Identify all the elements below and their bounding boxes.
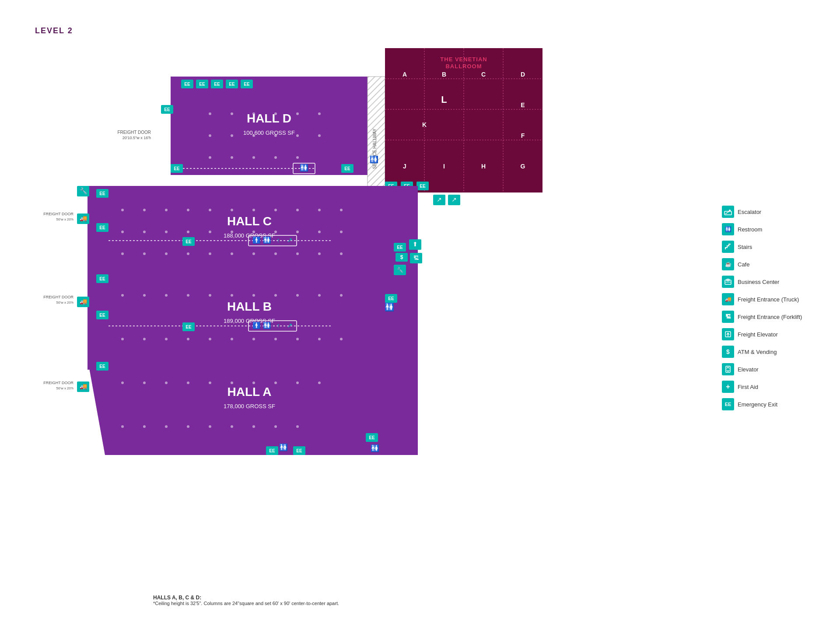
svg-point-86 (143, 231, 146, 233)
freight-elevator-icon (722, 328, 734, 340)
svg-point-22 (231, 112, 233, 115)
svg-text:50'w x 20'h: 50'w x 20'h (56, 301, 74, 304)
svg-text:EE: EE (99, 364, 105, 369)
svg-text:🚻: 🚻 (263, 236, 271, 244)
svg-point-93 (296, 231, 299, 233)
svg-text:↑: ↑ (276, 236, 280, 244)
svg-point-160 (121, 338, 124, 340)
svg-text:EE: EE (174, 166, 180, 171)
svg-text:EE: EE (420, 184, 426, 189)
svg-point-99 (187, 252, 189, 255)
svg-text:🚚: 🚚 (80, 298, 88, 305)
svg-text:E: E (521, 102, 525, 108)
legend-business-center: Business Center (722, 276, 818, 288)
svg-point-78 (209, 209, 211, 211)
svg-text:FREIGHT DOOR: FREIGHT DOOR (43, 295, 74, 299)
legend-first-aid: + First Aid (722, 381, 818, 393)
svg-point-75 (143, 209, 146, 211)
svg-point-206 (143, 425, 146, 428)
legend-elevator: Elevator (722, 363, 818, 375)
svg-point-156 (274, 294, 277, 297)
svg-point-168 (296, 338, 299, 340)
svg-text:D: D (521, 71, 525, 78)
svg-point-166 (252, 338, 255, 340)
svg-text:G: G (521, 163, 525, 170)
svg-point-152 (187, 294, 189, 297)
svg-text:B: B (442, 71, 446, 78)
svg-point-89 (209, 231, 211, 233)
svg-text:🚻: 🚻 (300, 164, 308, 172)
legend-freight-truck: 🚚 Freight Entrance (Truck) (722, 293, 818, 305)
freight-forklift-icon: 🏗 (722, 311, 734, 323)
footnote: HALLS A, B, C & D: *Ceiling height is 32… (153, 595, 339, 606)
legend-freight-forklift: 🏗 Freight Entrance (Forklift) (722, 311, 818, 323)
svg-point-154 (231, 294, 233, 297)
svg-text:🚹: 🚹 (252, 322, 261, 329)
svg-point-32 (318, 134, 321, 137)
legend-freight-elevator: Freight Elevator (722, 328, 818, 340)
svg-text:EE: EE (388, 296, 394, 301)
svg-text:H: H (481, 163, 486, 170)
atm-icon: $ (722, 346, 734, 358)
freight-truck-icon: 🚚 (722, 293, 734, 305)
legend-stairs: Stairs (722, 241, 818, 253)
legend-atm-vending: $ ATM & Vending (722, 346, 818, 358)
svg-point-94 (318, 231, 321, 233)
svg-point-201 (252, 382, 255, 384)
svg-point-79 (231, 209, 233, 211)
svg-text:A: A (402, 71, 407, 78)
svg-text:HALL B: HALL B (227, 300, 272, 313)
svg-text:EE: EE (184, 82, 190, 87)
svg-text:178,000 GROSS SF: 178,000 GROSS SF (224, 403, 275, 410)
svg-text:🚻: 🚻 (263, 322, 271, 329)
escalator-icon (722, 206, 734, 218)
svg-text:C: C (481, 71, 486, 78)
svg-point-98 (165, 252, 168, 255)
svg-point-213 (296, 425, 299, 428)
legend-escalator: Escalator (722, 206, 818, 218)
svg-text:HALL C: HALL C (227, 214, 272, 228)
svg-point-155 (252, 294, 255, 297)
svg-point-26 (318, 112, 321, 115)
svg-point-163 (187, 338, 189, 340)
svg-point-195 (121, 382, 124, 384)
svg-text:EE: EE (269, 448, 275, 453)
business-center-icon (722, 276, 734, 288)
svg-text:EE: EE (99, 313, 105, 318)
svg-point-159 (340, 294, 343, 297)
svg-point-104 (296, 252, 299, 255)
svg-text:50'w x 20'h: 50'w x 20'h (56, 217, 74, 221)
svg-point-35 (252, 156, 255, 159)
legend-container: Escalator 🚻 Restroom Stairs ☕ Cafe (722, 206, 818, 416)
svg-point-207 (165, 425, 168, 428)
svg-point-169 (318, 338, 321, 340)
svg-point-209 (209, 425, 211, 428)
svg-point-80 (252, 209, 255, 211)
svg-point-101 (231, 252, 233, 255)
svg-text:K: K (422, 121, 427, 128)
svg-text:EE: EE (199, 82, 205, 87)
svg-point-200 (231, 382, 233, 384)
svg-point-199 (209, 382, 211, 384)
svg-point-210 (231, 425, 233, 428)
svg-text:I: I (443, 163, 445, 170)
svg-point-211 (252, 425, 255, 428)
svg-text:50'w x 20'h: 50'w x 20'h (56, 386, 74, 390)
svg-text:↗: ↗ (452, 196, 457, 203)
svg-text:FREIGHT DOOR: FREIGHT DOOR (43, 381, 74, 385)
svg-text:EE: EE (164, 107, 170, 112)
svg-point-76 (165, 209, 168, 211)
svg-text:EE: EE (397, 245, 403, 250)
svg-text:🚹: 🚹 (252, 236, 261, 244)
svg-point-30 (274, 134, 277, 137)
first-aid-icon: + (722, 381, 734, 393)
svg-point-230 (729, 210, 731, 211)
svg-point-87 (165, 231, 168, 233)
svg-text:L: L (441, 94, 447, 105)
svg-point-149 (121, 294, 124, 297)
svg-text:EE: EE (369, 435, 375, 440)
cafe-icon: ☕ (722, 258, 734, 270)
svg-text:FREIGHT DOOR: FREIGHT DOOR (43, 212, 74, 216)
hall-d-size: 100,600 GROSS SF (243, 130, 295, 136)
svg-text:🚚: 🚚 (80, 215, 88, 222)
